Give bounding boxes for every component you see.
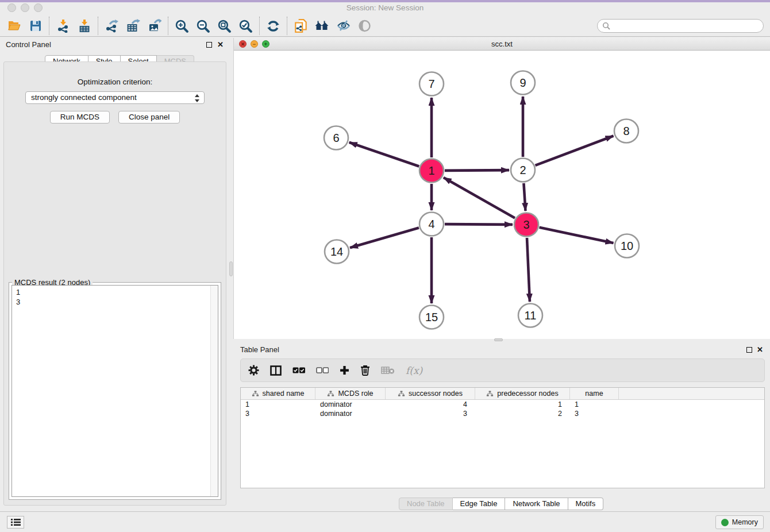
refresh-layout-icon[interactable] [263,17,284,35]
edge-2-8[interactable] [536,136,614,165]
table-tabs: Node TableEdge TableNetwork TableMotifs [399,498,603,510]
network-home-icon[interactable] [311,17,333,35]
control-panel: Control Panel ✕ NetworkStyleSelectMCDS O… [0,37,230,510]
table-panel-title: Table Panel [240,345,279,354]
mcds-result-area[interactable]: 13 [11,285,218,497]
open-session-icon[interactable] [3,17,25,35]
session-title: Session: New Session [0,3,770,12]
cell-predecessor-nodes: 2 [475,409,570,418]
network-graph[interactable]: 7968124314101511 [234,51,770,339]
svg-text:8: 8 [623,125,629,137]
add-column-icon[interactable] [340,365,349,375]
edge-2-3[interactable] [523,183,525,211]
node-1[interactable]: 1 [419,159,444,183]
horizontal-splitter-handle[interactable] [494,338,503,341]
application-window: Session: New Session [0,0,770,532]
delete-column-icon[interactable] [360,365,370,376]
list-icon [11,518,21,526]
status-bar: Memory [0,511,770,532]
tab-edge-table[interactable]: Edge Table [453,498,506,510]
table-options-gear-icon[interactable] [248,365,259,376]
zoom-selected-icon[interactable] [235,17,256,35]
hide-graphics-details-icon[interactable] [333,17,354,35]
column-header-predecessor-nodes[interactable]: predecessor nodes [475,388,570,399]
export-table-icon[interactable] [122,17,144,35]
float-table-panel-icon[interactable] [746,347,752,353]
table-panel: Table Panel ✕ f(x) [233,342,770,510]
select-all-rows-icon[interactable] [292,367,305,373]
export-network-icon[interactable] [101,17,122,35]
table-body: 1dominator4113dominator323 [241,400,764,418]
edge-3-1[interactable] [444,178,515,218]
edge-4-14[interactable] [350,228,419,248]
delete-table-icon[interactable] [381,366,395,375]
clone-network-icon[interactable] [290,17,311,35]
search-input[interactable] [613,21,763,31]
run-mcds-button[interactable]: Run MCDS [50,111,110,124]
node-table[interactable]: shared nameMCDS rolesuccessor nodesprede… [240,387,765,488]
memory-label: Memory [732,518,758,526]
tab-node-table[interactable]: Node Table [399,498,453,510]
tab-network-table[interactable]: Network Table [505,498,568,510]
cell-shared-name: 3 [241,409,315,418]
node-9[interactable]: 9 [511,71,535,95]
svg-text:1: 1 [428,164,434,177]
edge-3-10[interactable] [540,228,614,243]
result-scrollbar[interactable] [210,286,218,496]
node-15[interactable]: 15 [419,306,444,329]
column-header-mcds-role[interactable]: MCDS role [315,388,386,399]
close-panel-icon[interactable]: ✕ [217,41,224,48]
column-header-shared-name[interactable]: shared name [241,388,315,399]
toolbar-divider [168,17,168,35]
node-8[interactable]: 8 [614,119,638,143]
import-table-icon[interactable] [74,17,95,35]
node-7[interactable]: 7 [419,72,444,96]
zoom-in-icon[interactable] [171,17,192,35]
tab-motifs[interactable]: Motifs [568,498,604,510]
node-10[interactable]: 10 [615,234,639,258]
edge-1-2[interactable] [445,170,509,171]
deselect-all-rows-icon[interactable] [316,367,329,373]
close-table-panel-icon[interactable]: ✕ [757,346,763,353]
node-4[interactable]: 4 [419,213,444,236]
birds-eye-view-icon[interactable] [354,17,375,35]
node-11[interactable]: 11 [518,304,542,327]
zoom-out-icon[interactable] [192,17,214,35]
cell-successor-nodes: 3 [386,409,475,418]
column-header-name[interactable]: name [570,388,619,399]
import-network-icon[interactable] [52,17,74,35]
memory-button[interactable]: Memory [715,515,764,529]
edge-4-3[interactable] [445,224,513,225]
node-2[interactable]: 2 [511,159,535,182]
search-field[interactable] [597,19,764,33]
cell-name: 3 [570,409,619,418]
vertical-splitter-handle[interactable] [229,261,233,276]
export-image-icon[interactable] [144,17,165,35]
node-6[interactable]: 6 [324,126,348,150]
edge-1-6[interactable] [349,142,419,167]
close-panel-button[interactable]: Close panel [118,111,180,124]
control-panel-title: Control Panel [6,40,51,49]
node-3[interactable]: 3 [514,213,538,237]
function-builder-icon[interactable]: f(x) [406,365,422,376]
zoom-fit-icon[interactable] [214,17,235,35]
node-14[interactable]: 14 [325,240,349,264]
table-row[interactable]: 1dominator411 [241,400,764,409]
show-panels-button[interactable] [7,516,24,529]
cell-successor-nodes: 4 [386,400,475,409]
network-window-titlebar[interactable]: ✕ − + scc.txt [234,38,770,51]
edge-3-11[interactable] [527,238,530,302]
table-header-row: shared nameMCDS rolesuccessor nodesprede… [241,388,764,400]
svg-text:2: 2 [519,164,526,176]
svg-text:6: 6 [333,132,339,144]
save-session-icon[interactable] [25,17,46,35]
result-line: 3 [16,297,214,307]
table-row[interactable]: 3dominator323 [241,409,764,418]
cell-mcds-role: dominator [315,409,386,418]
toolbar-divider [287,17,287,35]
float-panel-icon[interactable] [206,42,212,48]
column-header-successor-nodes[interactable]: successor nodes [386,388,475,399]
show-column-icon[interactable] [270,365,282,376]
toolbar-divider [49,17,49,35]
optimization-criterion-select[interactable]: strongly connected component [25,91,205,104]
